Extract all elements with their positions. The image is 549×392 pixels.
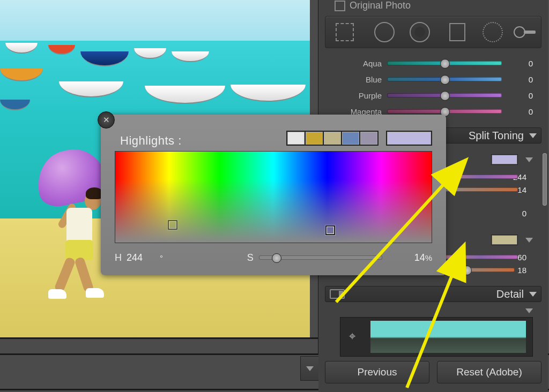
spot-tool[interactable] [372,19,397,45]
chevron-down-icon [529,292,537,297]
divider [0,337,320,339]
color-slider-blue: Blue0 [318,73,533,86]
shadows-swatch[interactable] [491,235,518,245]
slider-value: 0 [502,59,533,68]
slider-value: 0 [502,75,533,84]
photo-sky [0,0,310,41]
split-toning-title: Split Toning [469,130,524,142]
close-button[interactable]: ✕ [98,111,115,129]
crop-icon [336,23,354,41]
shadows-swatch-row [491,235,533,245]
scrollbar[interactable] [543,153,547,206]
reset-label: Reset (Adobe) [456,366,522,378]
chevron-down-icon [525,308,533,313]
highlights-swatch-row [491,154,533,165]
slider-label: Aqua [318,59,387,68]
popover-title: Highlights : [120,134,182,148]
slider-track[interactable] [387,61,502,65]
rect-icon [449,23,465,41]
hue-label: H [115,252,127,263]
svg-point-0 [514,27,525,37]
slider-label: Purple [318,91,387,100]
hue-value: 244 [127,252,160,263]
slider-value: 0 [502,107,533,116]
slider-track[interactable] [387,109,502,114]
slider-track[interactable] [387,77,502,81]
preset-swatch[interactable] [359,131,379,146]
highlights-color-popover: ✕ Highlights : H 244 ° S 14 % [101,115,446,275]
slider-thumb[interactable] [462,266,472,275]
popover-pointer [445,170,454,185]
reset-button[interactable]: Reset (Adobe) [437,361,541,383]
detail-preview[interactable]: ⌖ [340,317,533,357]
preset-swatch[interactable] [286,131,306,146]
hue-sat-spectrum[interactable] [115,151,432,243]
sat-value: 14 [392,252,425,263]
shadows-sat-value: 18 [517,266,526,275]
photo-leg [54,257,76,293]
brush-icon [513,24,537,40]
preset-swatch[interactable] [323,131,342,146]
spectrum-marker[interactable] [325,225,335,235]
sat-label: S [247,252,259,263]
previous-label: Previous [358,366,397,378]
detail-picker-icon[interactable]: ⌖ [349,329,355,343]
panel-switch-icon[interactable] [330,289,345,299]
detail-header[interactable]: Detail [325,286,541,302]
shadows-sat-slider[interactable] [450,268,515,272]
slider-value: 0 [502,91,533,100]
circle-icon [374,22,395,42]
highlights-sat-value: 14 [517,185,526,194]
previous-button[interactable]: Previous [325,361,429,383]
detail-disclosure[interactable] [525,308,533,313]
photo-shoe [48,289,66,299]
balance-value: 0 [522,209,526,218]
sat-slider[interactable] [259,255,382,260]
close-icon: ✕ [103,115,110,125]
slider-thumb[interactable] [440,75,450,85]
filmstrip-toggle[interactable] [300,356,320,381]
photo-leg [74,257,94,293]
slider-track[interactable] [387,93,502,97]
detail-thumbnail [370,321,526,353]
slider-label: Blue [318,75,387,84]
shadows-hue-slider[interactable] [443,255,518,259]
highlights-hue-slider[interactable] [443,175,518,179]
hue-unit: ° [160,253,163,262]
sat-unit: % [425,253,432,262]
shadows-hue-value: 60 [517,253,526,262]
popover-bottom-row: H 244 ° S 14 % [115,251,432,265]
chevron-down-icon [525,157,533,162]
bottom-buttons: Previous Reset (Adobe) [325,361,541,383]
photo-shoe [86,288,104,298]
highlights-sat-slider[interactable] [443,187,518,192]
photo-person [42,154,106,299]
color-slider-purple: Purple0 [318,89,533,102]
eye-icon [410,22,430,42]
preset-swatch[interactable] [341,131,360,146]
spectrum-marker-secondary[interactable] [168,220,177,230]
redeye-tool[interactable] [407,19,433,45]
radial-icon [483,22,503,42]
gradient-tool[interactable] [444,19,470,45]
svg-rect-1 [524,31,536,34]
detail-title: Detail [496,288,524,300]
checkbox-icon [335,1,345,11]
color-slider-aqua: Aqua0 [318,57,533,70]
chevron-down-icon [529,133,537,138]
highlights-swatch[interactable] [491,154,518,165]
brush-tool[interactable] [512,19,538,45]
preset-swatches [287,131,379,146]
radial-tool[interactable] [480,19,506,45]
original-photo-label: Original Photo [350,0,411,11]
chevron-down-icon [525,238,533,243]
slider-thumb[interactable] [272,253,281,263]
preset-swatch[interactable] [305,131,324,146]
crop-tool[interactable] [332,19,358,45]
selected-swatch[interactable] [386,131,432,146]
original-photo-toggle[interactable]: Original Photo [335,0,411,11]
tool-strip [325,16,541,48]
slider-thumb[interactable] [440,91,450,101]
chevron-down-icon [306,366,314,371]
slider-thumb[interactable] [440,59,450,69]
